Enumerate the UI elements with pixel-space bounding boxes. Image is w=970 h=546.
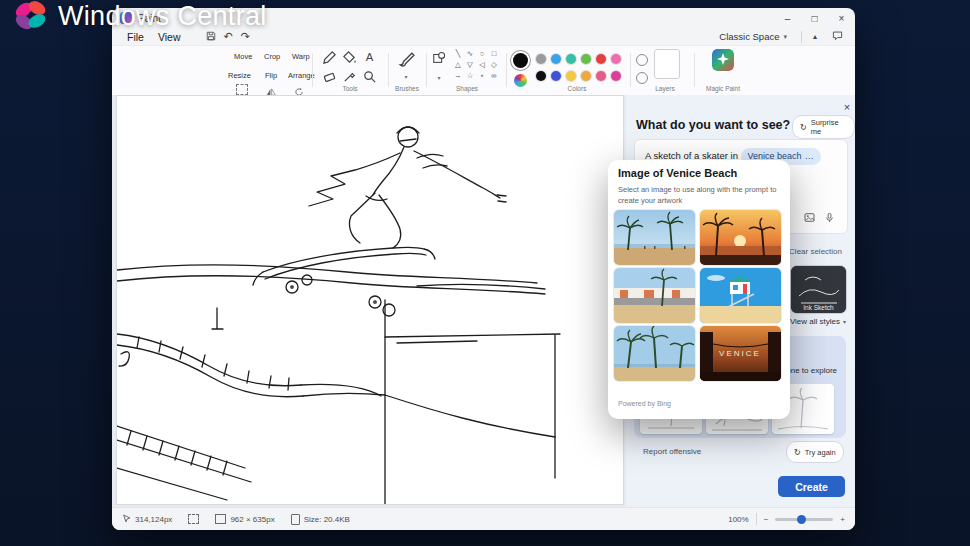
circle-tool-icon[interactable] [636, 54, 648, 66]
clear-selection-link[interactable]: Clear selection [789, 247, 842, 256]
try-again-button[interactable]: ↻ Try again [786, 441, 844, 463]
venice-image-3[interactable] [614, 268, 695, 323]
palette-swatch[interactable] [611, 54, 621, 64]
style-card-label: Ink Sketch [791, 304, 846, 311]
eraser-icon[interactable] [322, 69, 337, 84]
zoom-slider[interactable] [775, 518, 833, 521]
status-bar: 314,124px 962 × 635px Size: 20.4KB 100% … [112, 507, 855, 530]
pencil-icon[interactable] [322, 50, 337, 65]
surprise-me-button[interactable]: ↻ Surprise me [792, 115, 855, 139]
view-all-styles-label: View all styles [790, 317, 840, 326]
flip-icon[interactable] [266, 83, 276, 92]
feedback-icon[interactable] [828, 30, 847, 43]
venice-image-4[interactable] [700, 268, 781, 323]
palette-swatch[interactable] [566, 71, 576, 81]
explore-hint-text: one to explore [786, 366, 837, 375]
create-button[interactable]: Create [778, 476, 845, 497]
venice-image-6[interactable]: VENICE [700, 326, 781, 381]
shape-tri-down[interactable]: ▽ [464, 60, 476, 70]
save-icon[interactable] [202, 31, 220, 43]
collapse-ribbon-icon[interactable]: ▴ [809, 33, 821, 41]
cursor-position: 314,124px [122, 514, 172, 524]
resize-tool[interactable]: Resize [228, 71, 251, 80]
palette-swatch[interactable] [551, 54, 561, 64]
palette-swatch[interactable] [536, 71, 546, 81]
shape-arrow[interactable]: → [452, 71, 464, 81]
view-menu[interactable]: View [151, 31, 188, 43]
file-size: Size: 20.4KB [291, 514, 350, 525]
minimize-button[interactable]: – [774, 8, 801, 28]
divider [506, 53, 507, 87]
fill-icon[interactable] [342, 50, 357, 65]
zoom-out-button[interactable]: − [764, 515, 769, 524]
magic-paint-icon[interactable] [712, 49, 734, 71]
chevron-down-icon[interactable]: ▾ [400, 72, 412, 82]
shape-oval[interactable]: ○ [476, 49, 488, 59]
divider [426, 53, 427, 87]
chevron-down-icon: ▾ [783, 33, 787, 41]
selected-color-swatch[interactable] [513, 53, 528, 68]
zoom-slider-thumb[interactable] [797, 515, 806, 524]
shape-tri-left[interactable]: ◁ [476, 60, 488, 70]
layers-panel-icon[interactable] [654, 49, 680, 79]
titlebar: Paint – □ × [112, 8, 855, 28]
window-title: Paint [138, 13, 161, 24]
palette-swatch[interactable] [581, 54, 591, 64]
flip-tool[interactable]: Flip [265, 71, 277, 80]
redo-icon[interactable]: ↷ [237, 31, 254, 42]
report-offensive-link[interactable]: Report offensive [643, 447, 701, 456]
palette-swatch[interactable] [611, 71, 621, 81]
svg-text:A: A [366, 51, 374, 63]
file-menu[interactable]: File [120, 31, 151, 43]
palette-swatch[interactable] [581, 71, 591, 81]
style-dropdown[interactable]: Classic Space ▾ [712, 30, 794, 43]
venice-image-2[interactable] [700, 210, 781, 265]
maximize-button[interactable]: □ [801, 8, 828, 28]
shape-star[interactable]: ☆ [464, 71, 476, 81]
select-icon[interactable] [236, 84, 248, 95]
shape-diamond[interactable]: ◇ [488, 60, 500, 70]
rotate-icon[interactable] [294, 83, 304, 92]
shape-rect[interactable]: □ [488, 49, 500, 59]
chip-more-icon[interactable]: … [805, 149, 814, 164]
text-tool-icon[interactable]: A [362, 50, 377, 65]
powered-by-bing: Powered by Bing [618, 400, 671, 407]
shape-curve[interactable]: ∿ [464, 49, 476, 59]
crop-tool[interactable]: Crop [264, 52, 280, 61]
shape-burst[interactable]: ⋆ [476, 71, 488, 81]
windows-central-logo [12, 0, 50, 32]
selection-indicator [188, 514, 199, 524]
panel-close-icon[interactable]: × [841, 101, 853, 113]
move-tool[interactable]: Move [234, 52, 252, 61]
edit-colors-icon[interactable] [514, 74, 527, 87]
drawing-canvas[interactable] [117, 96, 623, 504]
add-image-icon[interactable] [804, 209, 815, 227]
view-all-styles-link[interactable]: View all styles ▾ [790, 317, 846, 326]
arrange-tool[interactable]: Arrange [288, 71, 315, 80]
color-picker-icon[interactable] [342, 69, 357, 84]
palette-swatch[interactable] [536, 54, 546, 64]
shape-picker-icon[interactable] [432, 51, 446, 65]
shape-line[interactable]: ╲ [452, 49, 464, 59]
venice-image-1[interactable] [614, 210, 695, 265]
style-card-ink-sketch[interactable]: Ink Sketch [791, 266, 846, 313]
magnifier-icon[interactable] [362, 69, 377, 84]
colors-group-label: Colors [532, 85, 622, 92]
palette-swatch[interactable] [551, 71, 561, 81]
palette-swatch[interactable] [596, 71, 606, 81]
venice-image-5[interactable] [614, 326, 695, 381]
circle-tool-icon[interactable] [636, 72, 648, 84]
shape-infinity[interactable]: ∞ [488, 71, 500, 81]
palette-swatch[interactable] [566, 54, 576, 64]
file-size-value: Size: 20.4KB [304, 515, 350, 524]
chevron-down-icon[interactable]: ▾ [433, 73, 445, 83]
undo-icon[interactable]: ↶ [220, 31, 237, 42]
palette-swatch[interactable] [596, 54, 606, 64]
microphone-icon[interactable] [824, 209, 835, 227]
refresh-icon: ↻ [794, 448, 801, 457]
warp-tool[interactable]: Warp [292, 52, 310, 61]
shape-triangle[interactable]: △ [452, 60, 464, 70]
zoom-in-button[interactable]: + [840, 515, 845, 524]
close-button[interactable]: × [828, 8, 855, 28]
brush-icon[interactable] [398, 50, 415, 67]
